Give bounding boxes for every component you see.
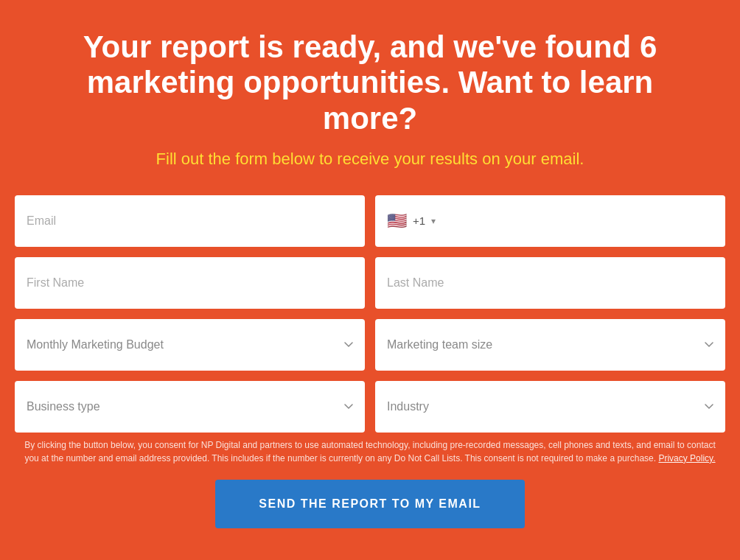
phone-wrapper: 🇺🇸 +1 ▾ [375,195,725,247]
form-row-1: 🇺🇸 +1 ▾ [15,195,725,247]
phone-input[interactable] [441,214,713,228]
us-flag-icon: 🇺🇸 [387,213,407,229]
form-row-4: Business type B2B B2C Both Industry E-co… [15,381,725,433]
submit-button[interactable]: SEND THE REPORT TO MY EMAIL [215,480,525,528]
budget-dropdown[interactable]: Monthly Marketing Budget Under $1,000 $1… [15,319,365,371]
privacy-policy-link[interactable]: Privacy Policy. [658,453,715,463]
page-headline: Your report is ready, and we've found 6 … [38,29,702,136]
business-type-dropdown[interactable]: Business type B2B B2C Both [15,381,365,433]
email-field[interactable] [15,195,365,247]
last-name-field[interactable] [375,257,725,309]
form-row-3: Monthly Marketing Budget Under $1,000 $1… [15,319,725,371]
phone-dropdown-arrow-icon[interactable]: ▾ [431,216,436,226]
team-size-dropdown[interactable]: Marketing team size 1-5 6-10 11-25 26-50… [375,319,725,371]
first-name-field[interactable] [15,257,365,309]
phone-country-code: +1 [413,214,425,227]
page-subheadline: Fill out the form below to receive your … [156,150,584,169]
industry-dropdown[interactable]: Industry E-commerce SaaS Healthcare Fina… [375,381,725,433]
consent-text: By clicking the button below, you consen… [16,438,724,465]
form-row-2 [15,257,725,309]
signup-form: 🇺🇸 +1 ▾ Monthly Marketing Budget Under $… [15,195,725,433]
